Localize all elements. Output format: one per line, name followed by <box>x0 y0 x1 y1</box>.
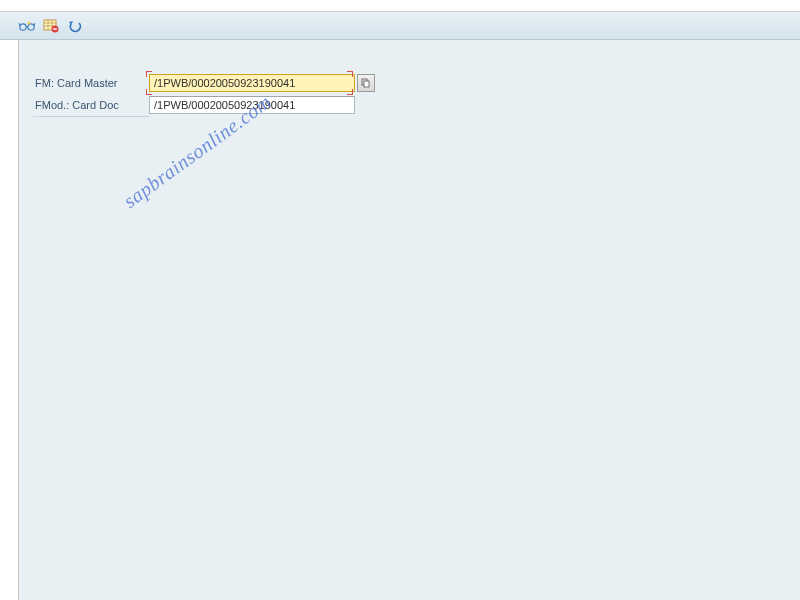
svg-point-1 <box>28 23 34 29</box>
table-red-icon[interactable] <box>42 17 60 35</box>
input-wrap-card-doc <box>149 96 355 114</box>
svg-point-2 <box>28 21 31 24</box>
row-card-master: FM: Card Master <box>33 72 800 94</box>
label-card-master: FM: Card Master <box>33 77 149 89</box>
content-area: FM: Card Master FMod.: Card Doc <box>18 40 800 600</box>
svg-rect-11 <box>364 81 369 87</box>
svg-rect-9 <box>53 28 57 29</box>
value-help-button[interactable] <box>357 74 375 92</box>
toolbar <box>0 12 800 40</box>
label-underline <box>33 116 149 117</box>
label-card-doc: FMod.: Card Doc <box>33 99 149 111</box>
top-bar <box>0 0 800 12</box>
glasses-icon[interactable] <box>18 17 36 35</box>
undo-icon[interactable] <box>66 17 84 35</box>
form-container: FM: Card Master FMod.: Card Doc <box>19 40 800 117</box>
input-wrap-card-master <box>149 74 375 92</box>
input-card-doc[interactable] <box>149 96 355 114</box>
svg-point-0 <box>20 23 26 29</box>
input-card-master[interactable] <box>149 74 355 92</box>
row-card-doc: FMod.: Card Doc <box>33 94 800 116</box>
